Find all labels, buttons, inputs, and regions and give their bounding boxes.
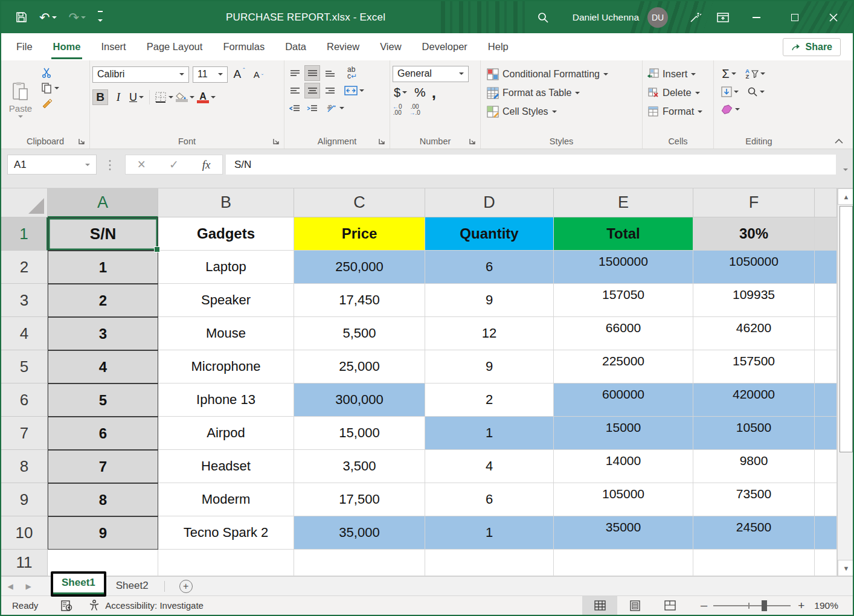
cell-B10[interactable]: Tecno Spark 2 <box>158 516 294 550</box>
cell-E1[interactable]: Total <box>554 217 693 251</box>
zoom-level[interactable]: 190% <box>814 600 838 611</box>
cell-G1[interactable] <box>815 217 837 251</box>
cell-C6[interactable]: 300,000 <box>294 383 425 417</box>
decrease-font-size-icon[interactable]: Aˇ <box>251 66 266 82</box>
cell-D8[interactable]: 4 <box>425 450 554 483</box>
cell-G2[interactable] <box>815 251 837 284</box>
format-cells-button[interactable]: Format <box>647 102 711 121</box>
tab-file[interactable]: File <box>6 33 43 60</box>
cell-G8[interactable] <box>815 450 837 483</box>
cell-C2[interactable]: 250,000 <box>294 251 425 284</box>
customize-qat-button[interactable] <box>98 11 103 24</box>
cell-D1[interactable]: Quantity <box>425 217 554 251</box>
macro-record-icon[interactable] <box>61 600 73 611</box>
format-as-table-button[interactable]: Format as Table <box>487 83 640 102</box>
font-name-combo[interactable]: Calibri <box>92 66 189 83</box>
underline-button[interactable]: U <box>129 89 144 105</box>
new-sheet-button[interactable]: + <box>179 580 193 593</box>
name-box[interactable]: A1 <box>7 155 97 175</box>
cell-A8[interactable]: 7 <box>48 450 158 483</box>
page-layout-view-button[interactable] <box>617 596 652 615</box>
cell-D7[interactable]: 1 <box>425 417 554 450</box>
row-header-4[interactable]: 4 <box>1 317 48 350</box>
increase-decimal-icon[interactable]: ←0.00 <box>393 104 402 117</box>
orientation-icon[interactable]: ab <box>327 100 344 116</box>
cell-C1[interactable]: Price <box>294 217 425 251</box>
cell-G7[interactable] <box>815 417 837 450</box>
zoom-slider[interactable] <box>713 605 791 606</box>
cell-C8[interactable]: 3,500 <box>294 450 425 483</box>
cell-A9[interactable]: 8 <box>48 483 158 516</box>
cell-F1[interactable]: 30% <box>693 217 815 251</box>
increase-font-size-icon[interactable]: Aˆ <box>231 66 247 82</box>
enter-icon[interactable]: ✓ <box>169 158 179 172</box>
cell-B8[interactable]: Headset <box>158 450 294 483</box>
user-name[interactable]: Daniel Uchenna <box>573 12 639 23</box>
cell-B7[interactable]: Airpod <box>158 417 294 450</box>
save-icon[interactable] <box>16 11 27 23</box>
cell-C5[interactable]: 25,000 <box>294 350 425 383</box>
row-header-3[interactable]: 3 <box>1 284 48 317</box>
cell-C3[interactable]: 17,450 <box>294 284 425 317</box>
cell-E8[interactable]: 14000 <box>554 450 693 483</box>
decrease-indent-icon[interactable] <box>287 100 303 116</box>
fill-icon[interactable] <box>721 84 739 100</box>
cell-A1[interactable]: S/N <box>48 217 158 251</box>
cell-D10[interactable]: 1 <box>425 516 554 550</box>
cell-C9[interactable]: 17,500 <box>294 483 425 516</box>
cell-E10[interactable]: 35000 <box>554 516 693 550</box>
cell-F6[interactable]: 420000 <box>693 383 815 417</box>
middle-align-icon[interactable] <box>304 65 320 81</box>
delete-cells-button[interactable]: Delete <box>647 83 711 102</box>
cell-G4[interactable] <box>815 317 837 350</box>
expand-formula-bar-icon[interactable] <box>843 162 848 173</box>
cell-F4[interactable]: 46200 <box>693 317 815 350</box>
tab-developer[interactable]: Developer <box>412 33 478 60</box>
cell-C4[interactable]: 5,500 <box>294 317 425 350</box>
wrap-text-icon[interactable]: abc↵ <box>344 65 360 81</box>
undo-button[interactable]: ↶ <box>39 11 57 24</box>
formula-bar-grip[interactable] <box>109 159 111 171</box>
cell-G5[interactable] <box>815 350 837 383</box>
cell-B3[interactable]: Speaker <box>158 284 294 317</box>
comma-style-icon[interactable]: , <box>432 89 436 97</box>
align-right-icon[interactable] <box>322 83 338 98</box>
cell-B9[interactable]: Moderm <box>158 483 294 516</box>
merge-center-icon[interactable] <box>344 83 364 98</box>
column-header-F[interactable]: F <box>693 188 815 217</box>
cell-F11[interactable] <box>693 550 815 576</box>
collapse-ribbon-icon[interactable] <box>835 138 843 144</box>
sheet-nav-right-icon[interactable]: ▶ <box>19 582 37 591</box>
zoom-slider-thumb[interactable] <box>762 600 767 611</box>
cell-B5[interactable]: Microphone <box>158 350 294 383</box>
row-header-7[interactable]: 7 <box>1 417 48 450</box>
row-header-5[interactable]: 5 <box>1 350 48 383</box>
number-dialog-launcher[interactable] <box>469 138 476 145</box>
cell-G11[interactable] <box>815 550 837 576</box>
conditional-formatting-button[interactable]: Conditional Formatting <box>487 65 640 83</box>
increase-indent-icon[interactable] <box>304 100 320 116</box>
vertical-scroll-track[interactable] <box>838 452 854 560</box>
column-header-A[interactable]: A <box>48 188 158 217</box>
tab-sheet2[interactable]: Sheet2 <box>106 577 158 596</box>
sort-filter-icon[interactable]: AZ <box>745 66 765 82</box>
cell-G9[interactable] <box>815 483 837 516</box>
number-format-combo[interactable]: General <box>393 66 469 82</box>
cell-C10[interactable]: 35,000 <box>294 516 425 550</box>
cell-A4[interactable]: 3 <box>48 317 158 350</box>
cell-E7[interactable]: 15000 <box>554 417 693 450</box>
cell-F3[interactable]: 109935 <box>693 284 815 317</box>
tab-page-layout[interactable]: Page Layout <box>136 33 213 60</box>
alignment-dialog-launcher[interactable] <box>378 138 385 145</box>
cell-E4[interactable]: 66000 <box>554 317 693 350</box>
cell-E9[interactable]: 105000 <box>554 483 693 516</box>
align-left-icon[interactable] <box>287 83 303 98</box>
column-header-E[interactable]: E <box>554 188 693 217</box>
font-size-combo[interactable]: 11 <box>193 66 228 83</box>
tab-insert[interactable]: Insert <box>91 33 136 60</box>
borders-icon[interactable] <box>155 89 173 105</box>
insert-function-icon[interactable]: fx <box>202 158 211 172</box>
cell-A7[interactable]: 6 <box>48 417 158 450</box>
page-break-preview-button[interactable] <box>652 596 687 615</box>
cell-F8[interactable]: 9800 <box>693 450 815 483</box>
